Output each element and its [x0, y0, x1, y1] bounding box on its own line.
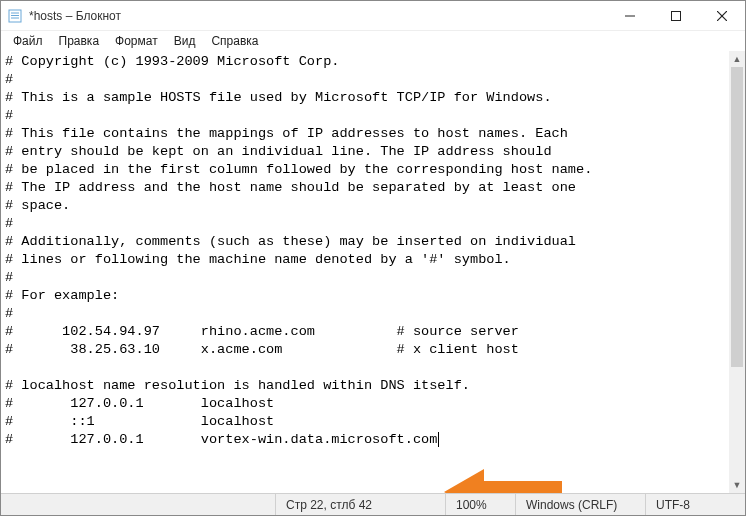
menubar: Файл Правка Формат Вид Справка [1, 31, 745, 51]
menu-file[interactable]: Файл [5, 33, 51, 49]
status-encoding: UTF-8 [645, 494, 745, 515]
vertical-scrollbar[interactable]: ▲ ▼ [729, 51, 745, 493]
svg-marker-8 [444, 469, 562, 493]
menu-edit[interactable]: Правка [51, 33, 108, 49]
maximize-button[interactable] [653, 1, 699, 31]
annotation-arrow-icon [444, 467, 564, 493]
editor-area[interactable]: # Copyright (c) 1993-2009 Microsoft Corp… [1, 51, 745, 493]
scroll-down-icon[interactable]: ▼ [729, 477, 745, 493]
text-content[interactable]: # Copyright (c) 1993-2009 Microsoft Corp… [5, 54, 592, 447]
notepad-icon [7, 8, 23, 24]
titlebar[interactable]: *hosts – Блокнот [1, 1, 745, 31]
notepad-window: *hosts – Блокнот Файл Правка Формат Вид … [0, 0, 746, 516]
menu-format[interactable]: Формат [107, 33, 166, 49]
menu-view[interactable]: Вид [166, 33, 204, 49]
window-title: *hosts – Блокнот [29, 9, 121, 23]
scroll-thumb[interactable] [731, 67, 743, 367]
scroll-up-icon[interactable]: ▲ [729, 51, 745, 67]
menu-help[interactable]: Справка [203, 33, 266, 49]
editor-content[interactable]: # Copyright (c) 1993-2009 Microsoft Corp… [1, 51, 745, 451]
close-button[interactable] [699, 1, 745, 31]
status-line-ending: Windows (CRLF) [515, 494, 645, 515]
minimize-button[interactable] [607, 1, 653, 31]
statusbar: Стр 22, стлб 42 100% Windows (CRLF) UTF-… [1, 493, 745, 515]
text-caret [438, 432, 439, 447]
status-zoom: 100% [445, 494, 515, 515]
status-position: Стр 22, стлб 42 [275, 494, 445, 515]
svg-rect-5 [672, 11, 681, 20]
